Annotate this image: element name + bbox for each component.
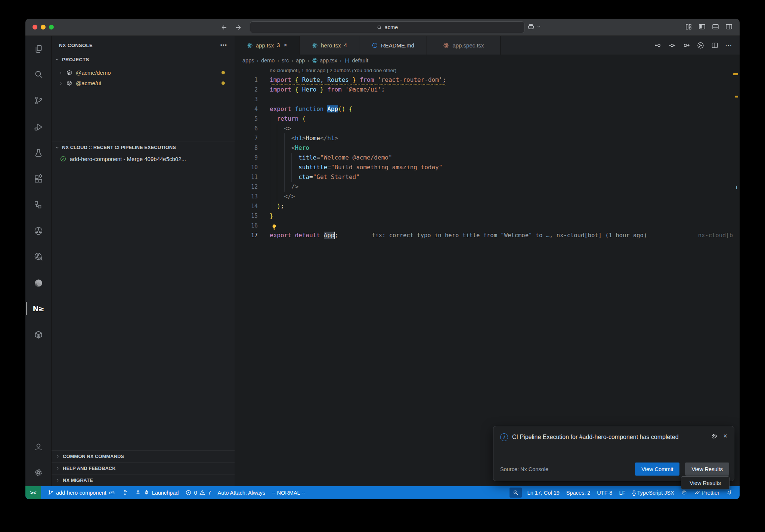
container-icon bbox=[34, 330, 43, 340]
code-line[interactable]: 8 <Hero bbox=[235, 143, 740, 153]
line-number: 10 bbox=[235, 163, 258, 172]
code-line[interactable]: 2import { Hero } from '@acme/ui'; bbox=[235, 85, 740, 95]
activity-item-commit-search[interactable] bbox=[25, 248, 51, 266]
notification-settings-gear-icon[interactable] bbox=[711, 433, 718, 440]
view-results-button[interactable]: View Results bbox=[685, 463, 729, 476]
zoom-window-button[interactable] bbox=[49, 25, 54, 30]
titlebar-toggle-sidebar[interactable] bbox=[698, 23, 706, 31]
code-line[interactable]: 16 bbox=[235, 221, 740, 231]
tab-README.md[interactable]: README.md bbox=[359, 36, 427, 55]
line-number: 6 bbox=[235, 124, 258, 133]
navigate-forward-button[interactable] bbox=[233, 23, 242, 32]
code-line[interactable]: 3 bbox=[235, 95, 740, 104]
projects-section-header[interactable]: PROJECTS bbox=[52, 55, 235, 64]
breadcrumb-item-demo[interactable]: demo bbox=[261, 58, 275, 64]
status-vim-mode[interactable]: -- NORMAL -- bbox=[269, 486, 309, 499]
code-line[interactable]: 13 </> bbox=[235, 192, 740, 201]
navigate-back-button[interactable] bbox=[220, 23, 229, 32]
code-line[interactable]: 7 <h1>Home</h1> bbox=[235, 133, 740, 143]
code-line[interactable]: 1import { Route, Routes } from 'react-ro… bbox=[235, 75, 740, 85]
notification-close-icon[interactable]: × bbox=[723, 433, 727, 442]
activity-item-testing[interactable] bbox=[25, 144, 51, 162]
activity-item-settings[interactable] bbox=[25, 464, 51, 482]
project-label: @acme/ui bbox=[76, 80, 101, 86]
nx-cloud-section-header[interactable]: NX CLOUD :: RECENT CI PIPELINE EXECUTION… bbox=[52, 142, 235, 153]
status-eol[interactable]: LF bbox=[616, 486, 629, 499]
code-line[interactable]: 15} bbox=[235, 211, 740, 221]
status-encoding[interactable]: UTF-8 bbox=[594, 486, 616, 499]
editor-action-run-circle[interactable] bbox=[697, 41, 704, 49]
view-commit-button[interactable]: View Commit bbox=[635, 463, 679, 476]
code-line[interactable]: 17export default App;fix: correct typo i… bbox=[235, 231, 740, 240]
titlebar-toggle-panel[interactable] bbox=[712, 23, 719, 31]
close-window-button[interactable] bbox=[32, 25, 37, 30]
status-remote-indicator[interactable]: >< bbox=[25, 486, 41, 499]
activity-item-accounts[interactable] bbox=[25, 438, 51, 456]
code-line[interactable]: 10 subtitle="Build something amazing tod… bbox=[235, 163, 740, 172]
code-line[interactable]: 6 <> bbox=[235, 124, 740, 133]
status-git-branch[interactable]: add-hero-component bbox=[44, 486, 118, 499]
tab-app.spec.tsx[interactable]: app.spec.tsx bbox=[427, 36, 501, 55]
activity-item-extensions[interactable] bbox=[25, 170, 51, 188]
sidebar-section-common-nx-commands[interactable]: COMMON NX COMMANDS bbox=[52, 450, 235, 462]
editor-action-split-editor[interactable] bbox=[711, 41, 719, 49]
activity-item-source-control[interactable] bbox=[25, 92, 51, 109]
status-cursor-position[interactable]: Ln 17, Col 19 bbox=[524, 486, 563, 499]
activity-item-references[interactable] bbox=[25, 196, 51, 214]
breadcrumb-item-apps[interactable]: apps bbox=[242, 58, 254, 64]
activity-item-nx-console[interactable]: N≥ bbox=[25, 300, 51, 318]
code-line[interactable]: 4export function App() { bbox=[235, 104, 740, 114]
activity-item-search[interactable] bbox=[25, 65, 51, 83]
sidebar-section-help-and-feedback[interactable]: HELP AND FEEDBACK bbox=[52, 462, 235, 474]
code-line[interactable]: 14 ); bbox=[235, 201, 740, 211]
status-launchpad[interactable]: Launchpad bbox=[131, 486, 182, 499]
activity-item-gitlens[interactable] bbox=[25, 222, 51, 240]
nx-cloud-header-label: NX CLOUD :: RECENT CI PIPELINE EXECUTION… bbox=[62, 145, 176, 150]
titlebar-toggle-secondary-sidebar[interactable] bbox=[725, 23, 733, 31]
status-language-mode[interactable]: {} TypeScript JSX bbox=[629, 486, 678, 499]
project-tree-item[interactable]: @acme/demo bbox=[52, 67, 235, 78]
breadcrumb-item-src[interactable]: src bbox=[282, 58, 289, 64]
activity-item-run-debug[interactable] bbox=[25, 118, 51, 136]
editor-action-change[interactable] bbox=[668, 41, 676, 49]
git-blame-codelens[interactable]: nx-cloud[bot], 1 hour ago | 2 authors (Y… bbox=[235, 66, 740, 75]
tab-hero.tsx[interactable]: hero.tsx4 bbox=[300, 36, 359, 55]
tab-app.tsx[interactable]: app.tsx3× bbox=[235, 36, 300, 55]
activity-item-explorer[interactable] bbox=[25, 40, 51, 58]
status-indentation[interactable]: Spaces: 2 bbox=[563, 486, 594, 499]
status-text: Prettier bbox=[702, 490, 719, 496]
code-editor[interactable]: nx-cloud[bot], 1 hour ago | 2 authors (Y… bbox=[235, 66, 740, 486]
breadcrumb-item-app[interactable]: app bbox=[296, 58, 305, 64]
line-number: 3 bbox=[235, 95, 258, 104]
editor-action-ellipsis[interactable]: ⋯ bbox=[725, 41, 732, 50]
status-zoom-indicator[interactable] bbox=[510, 488, 522, 498]
editor-action-prev-change[interactable] bbox=[654, 41, 662, 49]
info-icon: i bbox=[500, 433, 508, 441]
pipeline-execution-item[interactable]: add-hero-component - Merge 409b44e5cb02.… bbox=[52, 154, 235, 164]
code-line[interactable]: 11 cta="Get Started" bbox=[235, 172, 740, 182]
next-change-icon bbox=[682, 41, 690, 49]
activity-item-containers[interactable] bbox=[25, 326, 51, 344]
copilot-icon bbox=[527, 22, 535, 31]
copilot-menu[interactable] bbox=[527, 22, 541, 31]
code-line[interactable]: 5 return ( bbox=[235, 114, 740, 124]
tab-close-icon[interactable]: × bbox=[284, 41, 287, 49]
editor-action-next-change[interactable] bbox=[682, 41, 690, 49]
titlebar-customize-layout[interactable] bbox=[685, 23, 693, 31]
search-value: acme bbox=[385, 24, 398, 30]
activity-item-edge-tools[interactable] bbox=[25, 274, 51, 292]
breadcrumb-item-app.tsx[interactable]: app.tsx bbox=[312, 58, 337, 64]
status-problems[interactable]: 07 bbox=[182, 486, 214, 499]
info-icon bbox=[372, 42, 378, 49]
command-center-search[interactable]: acme bbox=[250, 21, 524, 33]
code-line[interactable]: 12 /> bbox=[235, 182, 740, 192]
breadcrumb-separator: › bbox=[257, 58, 258, 64]
minimize-window-button[interactable] bbox=[41, 25, 46, 30]
code-line[interactable]: 9 title="Welcome @acme/demo" bbox=[235, 153, 740, 163]
status-ci-pipeline[interactable] bbox=[118, 486, 131, 499]
sidebar-section-nx-migrate[interactable]: NX MIGRATE bbox=[52, 474, 235, 486]
sidebar-more-actions[interactable]: ⋯ bbox=[220, 41, 227, 49]
status-auto-attach[interactable]: Auto Attach: Always bbox=[214, 486, 269, 499]
project-tree-item[interactable]: @acme/ui bbox=[52, 78, 235, 88]
breadcrumb-item-default[interactable]: default bbox=[344, 58, 368, 64]
